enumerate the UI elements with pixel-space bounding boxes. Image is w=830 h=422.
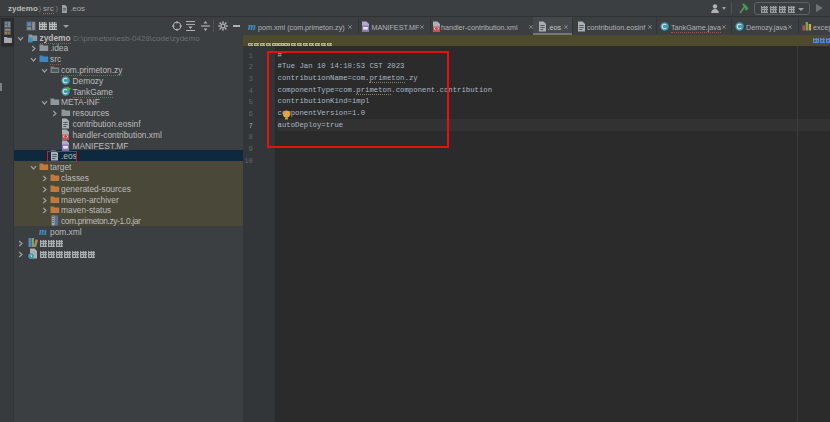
svg-text:m: m: [248, 21, 256, 31]
svg-text:m: m: [39, 226, 47, 236]
